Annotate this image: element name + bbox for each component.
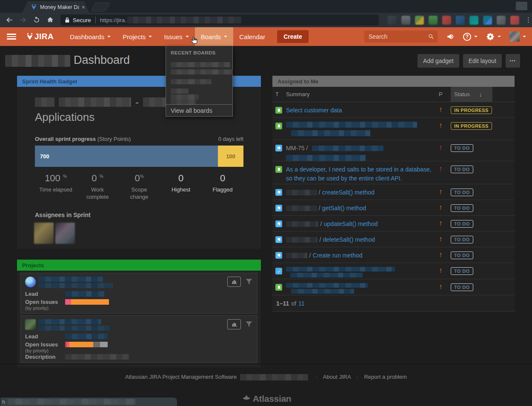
issue-row[interactable]: / updateSalt() method ↑ TO DO [272, 216, 515, 232]
issue-row[interactable]: ↑ TO DO [272, 279, 515, 295]
project-filter-button[interactable] [245, 320, 253, 328]
column-type[interactable]: T [272, 91, 286, 97]
issue-summary-link[interactable]: deleteSalt() method [323, 236, 375, 243]
issue-row[interactable]: / getSalt() method ↑ TO DO [272, 200, 515, 216]
nav-dashboards[interactable]: Dashboards [64, 27, 117, 46]
status-badge: TO DO [451, 144, 473, 152]
new-tab-button[interactable] [91, 3, 110, 11]
background-window-fragment[interactable]: h [0, 397, 177, 406]
report-problem-link[interactable]: Report a problem [364, 374, 406, 380]
project-avatar[interactable] [25, 277, 36, 287]
address-bar[interactable]: Secure https://jira. [60, 14, 379, 26]
redacted-board-item[interactable] [171, 69, 233, 74]
project-avatar[interactable] [25, 319, 36, 330]
add-gadget-button[interactable]: Add gadget [418, 54, 459, 68]
status-badge: IN PROGRESS [451, 106, 492, 114]
search-input[interactable] [364, 31, 438, 43]
pagination-total-link[interactable]: 11 [298, 300, 305, 307]
extension-icon[interactable] [388, 16, 397, 25]
redacted-board-item[interactable] [171, 94, 199, 100]
redacted-board-item[interactable] [171, 89, 189, 94]
chevron-down-icon [498, 36, 501, 39]
issue-row[interactable]: ↑ IN PROGRESS [272, 118, 515, 140]
view-all-boards-link[interactable]: View all boards [171, 107, 212, 114]
project-chart-button[interactable] [227, 277, 241, 287]
extension-icon[interactable] [497, 16, 506, 25]
announcements-megaphone-icon[interactable] [446, 32, 455, 41]
column-priority[interactable]: P [439, 91, 451, 97]
issue-row[interactable]: As a developer, I need salts to be store… [272, 161, 515, 184]
extension-icon[interactable] [415, 16, 424, 25]
priority-high-icon: ↑ [439, 106, 443, 114]
issue-row[interactable]: / createSalt() method ↑ TO DO [272, 184, 515, 200]
create-button[interactable]: Create [277, 30, 309, 43]
project-filter-button[interactable] [245, 278, 253, 286]
browser-menu-icon[interactable]: ⋮ [525, 16, 532, 24]
extension-icon[interactable] [429, 16, 438, 25]
home-icon[interactable] [46, 16, 54, 24]
issue-row[interactable]: MM-75 / ↑ TO DO [272, 140, 515, 161]
open-issues-bar[interactable] [65, 299, 109, 305]
tools-more-button[interactable]: ••• [506, 54, 520, 68]
nav-issues[interactable]: Issues [158, 27, 194, 46]
lead-label: Lead [25, 333, 65, 340]
column-summary[interactable]: Summary [286, 91, 439, 97]
redacted-summary[interactable] [286, 267, 439, 277]
nav-calendar[interactable]: Calendar [233, 27, 271, 46]
issue-row[interactable]: / deleteSalt() method ↑ TO DO [272, 232, 515, 247]
assignee-avatar[interactable] [55, 223, 75, 244]
extension-icon[interactable] [401, 16, 410, 25]
atlassian-mark-icon [241, 393, 252, 404]
browser-tab[interactable]: Money Maker Dashb × [22, 1, 89, 13]
project-chart-button[interactable] [227, 319, 241, 329]
jira-logo[interactable]: JIRA [26, 32, 54, 41]
extension-icon[interactable] [456, 16, 465, 25]
redacted-project-name[interactable] [38, 277, 113, 288]
boards-dropdown-menu: RECENT BOARDS View all boards [166, 46, 233, 117]
redacted-summary[interactable]: MM-75 / [286, 144, 439, 161]
bookmark-star-icon[interactable] [383, 16, 383, 24]
issue-row[interactable]: / Create run method ↑ TO DO [272, 247, 515, 263]
column-status-sorted[interactable]: Status ↓ [451, 87, 492, 102]
help-menu[interactable]: ? [463, 33, 478, 41]
about-jira-link[interactable]: About JIRA [323, 374, 351, 380]
edit-layout-button[interactable]: Edit layout [463, 54, 502, 68]
redacted-project-name[interactable] [38, 319, 110, 331]
sidebar-toggle-icon[interactable] [7, 34, 16, 40]
nav-boards[interactable]: Boards [195, 27, 234, 46]
story-icon [275, 107, 282, 114]
assigned-gadget-header[interactable]: Assigned to Me [272, 76, 515, 87]
search-icon[interactable] [428, 33, 435, 40]
nav-projects[interactable]: Projects [117, 27, 158, 46]
extension-icon[interactable] [442, 16, 451, 25]
chevron-down-icon [224, 36, 227, 39]
back-icon[interactable] [5, 16, 14, 24]
settings-menu[interactable] [486, 32, 501, 41]
open-issues-bar[interactable] [65, 342, 108, 347]
redacted-summary[interactable] [286, 122, 439, 136]
issue-summary-link[interactable]: Select customer data [286, 107, 342, 114]
reload-icon[interactable] [32, 16, 41, 24]
subtask-icon [275, 205, 282, 212]
issue-row[interactable]: ↑ TO DO [272, 263, 515, 279]
projects-gadget-header[interactable]: Projects [17, 260, 261, 271]
issue-row[interactable]: Select customer data ↑ IN PROGRESS [272, 102, 515, 118]
forward-icon[interactable] [19, 16, 27, 24]
extension-icon[interactable] [483, 16, 492, 25]
issue-summary-link[interactable]: updateSalt() method [324, 220, 378, 227]
issue-summary-link[interactable]: createSalt() method [322, 189, 375, 196]
extension-icon[interactable] [510, 16, 519, 25]
subtask-icon [275, 252, 282, 259]
extension-icon[interactable] [469, 16, 478, 25]
footer-text: Atlassian JIRA Project Management Softwa… [125, 374, 237, 380]
redacted-summary[interactable] [286, 283, 439, 294]
issue-summary-link[interactable]: As a developer, I need salts to be store… [286, 166, 432, 182]
redacted-board-item[interactable] [171, 79, 212, 84]
issue-summary-link[interactable]: getSalt() method [322, 205, 366, 212]
redacted-board-item[interactable] [171, 62, 230, 67]
assignee-avatar[interactable] [34, 223, 54, 244]
user-avatar[interactable] [509, 31, 520, 42]
subtask-icon [275, 189, 282, 196]
tab-close-icon[interactable]: × [82, 4, 85, 11]
issue-summary-link[interactable]: Create run method [313, 252, 363, 259]
